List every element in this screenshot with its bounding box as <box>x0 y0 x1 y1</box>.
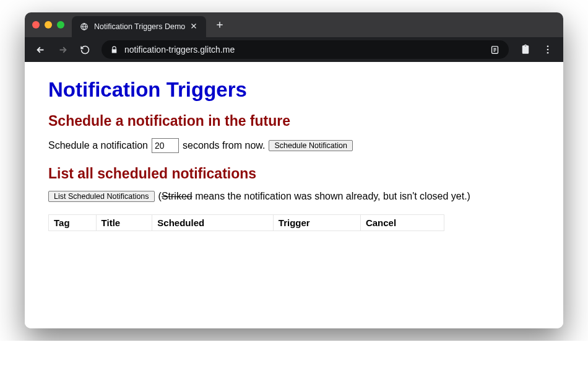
browser-tab[interactable]: Notification Triggers Demo <box>72 16 206 37</box>
striked-word: Striked <box>162 191 192 201</box>
back-button[interactable] <box>31 40 50 59</box>
col-scheduled: Scheduled <box>152 215 274 231</box>
seconds-input[interactable] <box>152 138 179 153</box>
page-content: Notification Triggers Schedule a notific… <box>25 62 563 328</box>
minimize-window-button[interactable] <box>45 21 52 29</box>
list-heading: List all scheduled notifications <box>48 165 540 182</box>
window-controls <box>32 21 64 29</box>
table-header-row: Tag Title Scheduled Trigger Cancel <box>49 215 444 231</box>
maximize-window-button[interactable] <box>57 21 64 29</box>
col-tag: Tag <box>49 215 97 231</box>
close-window-button[interactable] <box>32 21 40 29</box>
col-cancel: Cancel <box>360 215 444 231</box>
list-scheduled-notifications-button[interactable]: List Scheduled Notifications <box>48 191 155 202</box>
svg-point-3 <box>547 49 549 51</box>
schedule-text-after: seconds from now. <box>183 140 265 151</box>
svg-point-4 <box>547 52 549 54</box>
tab-title: Notification Triggers Demo <box>94 22 185 31</box>
schedule-heading: Schedule a notification in the future <box>48 113 540 129</box>
url-text: notification-triggers.glitch.me <box>124 45 483 55</box>
col-title: Title <box>96 215 152 231</box>
forward-button[interactable] <box>53 40 72 59</box>
list-row: List Scheduled Notifications (Striked me… <box>48 191 540 202</box>
col-trigger: Trigger <box>273 215 360 231</box>
new-tab-button[interactable] <box>211 16 228 33</box>
reload-button[interactable] <box>76 40 94 59</box>
lock-icon <box>110 46 118 54</box>
svg-point-2 <box>547 45 549 47</box>
schedule-row: Schedule a notification seconds from now… <box>48 138 540 153</box>
schedule-text-before: Schedule a notification <box>48 140 148 151</box>
toolbar: notification-triggers.glitch.me <box>25 37 563 62</box>
notifications-table: Tag Title Scheduled Trigger Cancel <box>48 214 444 231</box>
browser-window: Notification Triggers Demo <box>25 12 563 328</box>
schedule-notification-button[interactable]: Schedule Notification <box>269 140 352 151</box>
page-title: Notification Triggers <box>48 78 540 102</box>
close-tab-icon[interactable] <box>190 22 199 31</box>
address-bar[interactable]: notification-triggers.glitch.me <box>102 40 509 59</box>
menu-button[interactable] <box>538 40 557 59</box>
globe-icon <box>79 22 89 32</box>
assignment-icon[interactable] <box>516 40 535 59</box>
list-hint: (Striked means the notification was show… <box>158 191 470 202</box>
reader-mode-icon[interactable] <box>490 45 500 55</box>
titlebar: Notification Triggers Demo <box>25 12 563 37</box>
